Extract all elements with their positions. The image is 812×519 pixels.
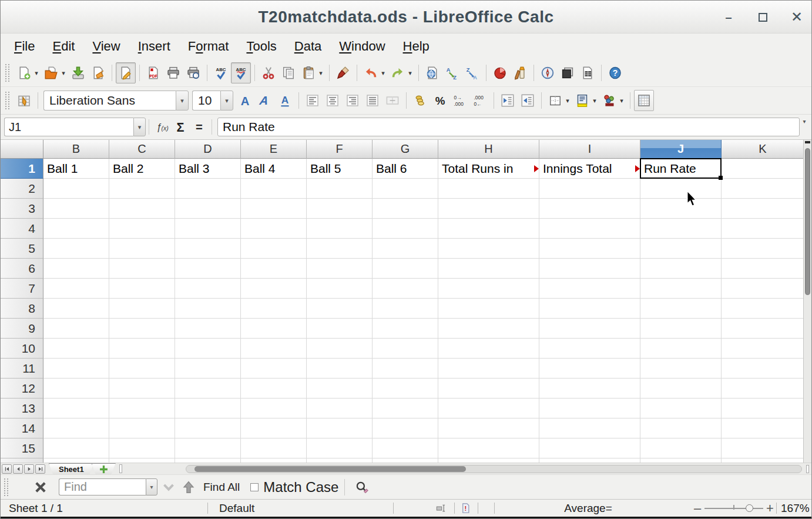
cell-I1[interactable]: Innings Total — [539, 159, 640, 178]
match-case-checkbox[interactable] — [250, 483, 259, 491]
freeze-panes-icon[interactable] — [634, 90, 654, 111]
maximize-button[interactable] — [756, 11, 769, 24]
cell-B1[interactable]: Ball 1 — [43, 159, 109, 178]
previous-sheet-button[interactable] — [13, 464, 23, 474]
column-header-K[interactable]: K — [722, 140, 803, 159]
column-header-B[interactable]: B — [43, 140, 109, 159]
gallery-icon[interactable] — [558, 62, 578, 83]
background-color-dropdown[interactable]: ▾ — [591, 97, 598, 105]
row-header-4[interactable]: 4 — [1, 219, 43, 239]
row-header-15[interactable]: 15 — [1, 438, 43, 458]
edit-mode-icon[interactable] — [116, 62, 136, 83]
percent-format-icon[interactable]: % — [430, 90, 450, 111]
add-decimal-icon[interactable]: 0→.000 — [450, 90, 470, 111]
last-sheet-button[interactable] — [35, 464, 45, 474]
align-center-icon[interactable] — [323, 90, 343, 111]
print-icon[interactable] — [163, 62, 183, 83]
column-header-G[interactable]: G — [373, 140, 438, 159]
close-find-bar-button[interactable] — [31, 477, 51, 497]
selection-mode-icon[interactable] — [435, 500, 447, 517]
first-sheet-button[interactable] — [2, 464, 12, 474]
cell-F1[interactable]: Ball 5 — [307, 159, 373, 178]
align-right-icon[interactable] — [343, 90, 363, 111]
sheet-number-status[interactable]: Sheet 1 / 1 — [9, 500, 63, 517]
cut-icon[interactable] — [259, 62, 279, 83]
next-sheet-button[interactable] — [24, 464, 34, 474]
menu-help[interactable]: Help — [394, 36, 438, 56]
row-header-12[interactable]: 12 — [1, 379, 43, 399]
name-box-dropdown[interactable]: ▾ — [133, 118, 146, 136]
toolbar-grip[interactable] — [5, 92, 9, 109]
redo-icon[interactable] — [388, 62, 408, 83]
row-header-11[interactable]: 11 — [1, 359, 43, 379]
menu-tools[interactable]: Tools — [237, 36, 285, 56]
bold-icon[interactable]: A — [235, 90, 255, 111]
undo-icon[interactable] — [361, 62, 381, 83]
tab-area-splitter[interactable] — [119, 464, 122, 473]
find-input-placeholder[interactable]: Find — [59, 478, 146, 495]
column-header-J[interactable]: J — [640, 140, 722, 159]
row-header-3[interactable]: 3 — [1, 199, 43, 219]
help-icon[interactable]: ? — [605, 62, 625, 83]
increase-indent-icon[interactable] — [518, 90, 538, 111]
horizontal-split-handle[interactable] — [806, 465, 809, 473]
vertical-split-handle[interactable] — [805, 141, 810, 143]
currency-format-icon[interactable] — [410, 90, 430, 111]
font-name-dropdown[interactable]: ▾ — [176, 91, 189, 111]
paste-icon[interactable] — [298, 62, 318, 83]
expand-formula-bar-button[interactable]: ▾ — [800, 117, 809, 137]
add-sheet-button[interactable] — [92, 463, 116, 474]
formula-equals-icon[interactable]: = — [190, 117, 209, 137]
undo-dropdown[interactable]: ▾ — [380, 69, 387, 77]
row-header-7[interactable]: 7 — [1, 279, 43, 299]
find-input[interactable]: Find ▾ — [59, 478, 157, 495]
column-header-D[interactable]: D — [175, 140, 241, 159]
find-and-replace-icon[interactable] — [353, 478, 371, 496]
navigator-icon[interactable] — [538, 62, 558, 83]
zoom-in-button[interactable]: + — [766, 500, 774, 517]
menu-window[interactable]: Window — [330, 36, 394, 56]
align-left-icon[interactable] — [303, 90, 323, 111]
font-size-dropdown[interactable]: ▾ — [220, 91, 233, 111]
minimize-button[interactable]: – — [722, 11, 735, 24]
new-document-icon[interactable] — [14, 62, 34, 83]
underline-icon[interactable]: A — [275, 90, 295, 111]
italic-icon[interactable]: A — [255, 90, 275, 111]
font-size-combobox[interactable]: 10 ▾ — [192, 91, 233, 111]
find-input-dropdown[interactable]: ▾ — [146, 478, 157, 495]
conditional-formatting-dropdown[interactable]: ▾ — [618, 97, 625, 105]
open-document-dropdown[interactable]: ▾ — [60, 69, 67, 77]
zoom-out-button[interactable]: – — [694, 500, 701, 517]
auto-spellcheck-icon[interactable]: ABC — [231, 62, 251, 83]
font-name-value[interactable]: Liberation Sans — [43, 91, 176, 111]
zoom-level-status[interactable]: 167% — [781, 500, 810, 517]
font-size-value[interactable]: 10 — [192, 91, 220, 111]
borders-icon[interactable] — [545, 90, 565, 111]
background-color-icon[interactable] — [572, 90, 592, 111]
vertical-scrollbar-thumb[interactable] — [805, 148, 810, 295]
save-icon[interactable] — [68, 62, 88, 83]
align-justified-icon[interactable] — [363, 90, 382, 111]
column-header-E[interactable]: E — [241, 140, 307, 159]
close-button[interactable]: ✕ — [790, 11, 803, 24]
hyperlink-icon[interactable] — [422, 62, 442, 83]
copy-icon[interactable] — [279, 62, 298, 83]
sort-descending-icon[interactable]: ZA — [462, 62, 482, 83]
cell-C1[interactable]: Ball 2 — [109, 159, 175, 178]
row-header-8[interactable]: 8 — [1, 299, 43, 319]
menu-edit[interactable]: Edit — [43, 36, 83, 56]
row-header-5[interactable]: 5 — [1, 239, 43, 259]
column-header-C[interactable]: C — [109, 140, 175, 159]
merge-cells-icon[interactable] — [382, 90, 402, 111]
document-modified-icon[interactable]: ! — [460, 500, 471, 517]
find-all-button[interactable]: Find All — [203, 481, 240, 494]
cell-D1[interactable]: Ball 3 — [175, 159, 241, 178]
sum-icon[interactable]: Σ — [171, 117, 190, 137]
print-preview-icon[interactable] — [183, 62, 203, 83]
column-header-F[interactable]: F — [307, 140, 373, 159]
data-sources-icon[interactable] — [578, 62, 598, 83]
export-pdf-icon[interactable]: PDF — [143, 62, 163, 83]
toolbar-grip[interactable] — [4, 478, 8, 496]
redo-dropdown[interactable]: ▾ — [407, 69, 414, 77]
horizontal-scrollbar-thumb[interactable] — [194, 466, 466, 472]
